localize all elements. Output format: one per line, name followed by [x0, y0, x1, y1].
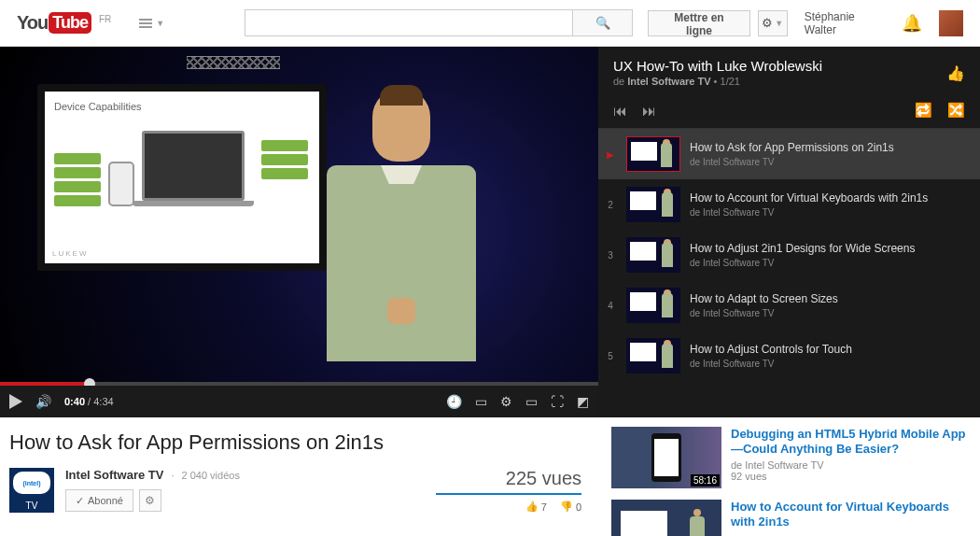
search-button[interactable]: 🔍	[573, 9, 633, 36]
slide-brand: LUKEW	[52, 249, 88, 258]
player-controls: 🔊 0:40 / 4:34 🕘 ▭ ⚙ ▭ ⛶ ◩	[0, 386, 598, 417]
time-display: 0:40 / 4:34	[64, 396, 114, 407]
playlist-thumbnail	[626, 136, 680, 172]
playlist-like-button[interactable]: 👍	[946, 64, 965, 82]
bell-icon: 🔔	[902, 14, 922, 33]
subscription-settings-button[interactable]: ⚙	[139, 489, 161, 512]
suggested-title: Debugging an HTML5 Hybrid Mobile App—Cou…	[731, 427, 967, 458]
playlist-thumbnail	[626, 187, 680, 222]
cc-button[interactable]: ▭	[475, 394, 487, 409]
playlist-item-title: How to Account for Virtual Keyboards wit…	[690, 191, 969, 206]
playlist-thumbnail	[626, 288, 680, 323]
suggested-views: 92 vues	[731, 471, 967, 482]
dislike-button[interactable]: 👎0	[560, 501, 581, 513]
playlist-item[interactable]: 5How to Adjust Controls for Touchde Inte…	[598, 331, 980, 381]
logo[interactable]: YouTube FR	[17, 12, 111, 34]
chevron-down-icon: ▼	[775, 19, 783, 28]
suggested-thumbnail	[611, 500, 721, 536]
next-button[interactable]: ⏭	[642, 103, 656, 119]
cast-icon: ◩	[577, 394, 589, 409]
thumb-down-icon: 👎	[560, 501, 573, 513]
suggested-title: How to Account for Virtual Keyboards wit…	[731, 500, 967, 530]
channel-name[interactable]: Intel Software TV	[65, 468, 163, 482]
guide-toggle[interactable]: ▼	[132, 13, 172, 34]
playlist-item[interactable]: 2How to Account for Virtual Keyboards wi…	[598, 179, 980, 230]
playlist-thumbnail	[626, 338, 680, 374]
clock-icon: 🕘	[446, 394, 462, 409]
playlist-thumbnail	[626, 237, 680, 273]
search: 🔍	[245, 9, 633, 36]
gear-icon: ⚙	[145, 494, 155, 507]
notifications-button[interactable]: 🔔	[902, 13, 922, 34]
fullscreen-icon: ⛶	[551, 394, 564, 409]
video-title: How to Ask for App Permissions on 2in1s	[9, 430, 598, 455]
playlist-subtitle: de Intel Software TV • 1/21	[613, 76, 965, 87]
playlist-index: 4	[604, 301, 617, 311]
thumb-up-icon: 👍	[525, 501, 539, 513]
region-code: FR	[99, 14, 111, 24]
repeat-button[interactable]: 🔁	[915, 102, 932, 119]
video-player[interactable]: Device Capabilities LUKEW	[0, 47, 598, 417]
playlist-item-title: How to Adjust Controls for Touch	[690, 343, 969, 358]
playlist-index: 3	[604, 250, 617, 261]
chevron-down-icon: ▼	[156, 19, 164, 28]
playlist-item-by: de Intel Software TV	[690, 308, 969, 318]
volume-button[interactable]: 🔊	[35, 394, 51, 409]
header: YouTube FR ▼ 🔍 Mettre en ligne ⚙▼ Stépha…	[0, 0, 980, 47]
playlist-item-title: How to Adjust 2in1 Designs for Wide Scre…	[690, 242, 969, 257]
video-info: How to Ask for App Permissions on 2in1s …	[0, 417, 598, 513]
watch-later-button[interactable]: 🕘	[446, 394, 462, 409]
channel-avatar[interactable]: (intel) TV	[9, 468, 54, 513]
gear-icon: ⚙	[500, 394, 512, 409]
playlist-panel: UX How-To with Luke Wroblewski de Intel …	[598, 47, 980, 417]
cast-button[interactable]: ◩	[577, 394, 589, 409]
repeat-icon: 🔁	[915, 102, 932, 118]
suggested-item[interactable]: 58:16 Debugging an HTML5 Hybrid Mobile A…	[611, 427, 967, 488]
playlist-item-by: de Intel Software TV	[690, 157, 969, 167]
suggested-list: 58:16 Debugging an HTML5 Hybrid Mobile A…	[598, 417, 980, 536]
thumb-up-icon: 👍	[946, 65, 965, 81]
playlist-index: ▶	[604, 149, 617, 160]
prev-icon: ⏮	[613, 103, 627, 119]
theater-icon: ▭	[525, 394, 538, 409]
playlist-index: 5	[604, 351, 617, 361]
avatar[interactable]	[939, 10, 963, 36]
like-button[interactable]: 👍7	[525, 501, 547, 513]
check-icon: ✓	[76, 495, 84, 507]
settings-button[interactable]: ⚙▼	[758, 10, 788, 36]
playlist-item-by: de Intel Software TV	[690, 359, 969, 369]
playlist-item[interactable]: ▶How to Ask for App Permissions on 2in1s…	[598, 129, 980, 179]
prev-button[interactable]: ⏮	[613, 103, 627, 119]
volume-icon: 🔊	[35, 394, 51, 409]
playlist-item[interactable]: 3How to Adjust 2in1 Designs for Wide Scr…	[598, 230, 980, 280]
username[interactable]: Stéphanie Walter	[805, 10, 885, 36]
playlist-item-by: de Intel Software TV	[690, 207, 969, 218]
search-icon: 🔍	[595, 16, 610, 30]
playlist-title[interactable]: UX How-To with Luke Wroblewski	[613, 58, 965, 74]
shuffle-icon: 🔀	[947, 102, 965, 118]
fullscreen-button[interactable]: ⛶	[551, 394, 564, 409]
search-input[interactable]	[245, 9, 573, 36]
channel-video-count: 2 040 vidéos	[182, 470, 240, 481]
video-frame: Device Capabilities LUKEW	[0, 47, 598, 417]
view-count: 225 vues	[436, 468, 581, 495]
suggested-thumbnail: 58:16	[611, 427, 721, 488]
playlist-item-title: How to Ask for App Permissions on 2in1s	[690, 141, 969, 156]
gear-icon: ⚙	[762, 16, 773, 30]
suggested-item[interactable]: How to Account for Virtual Keyboards wit…	[611, 500, 967, 536]
theater-button[interactable]: ▭	[525, 394, 538, 409]
shuffle-button[interactable]: 🔀	[947, 102, 965, 119]
slide-title: Device Capabilities	[54, 101, 310, 112]
subscribe-button[interactable]: ✓Abonné	[65, 489, 133, 512]
suggested-by: de Intel Software TV	[731, 459, 967, 471]
playlist-index: 2	[604, 200, 617, 210]
playlist-list[interactable]: ▶How to Ask for App Permissions on 2in1s…	[598, 129, 980, 417]
upload-button[interactable]: Mettre en ligne	[648, 10, 749, 36]
playlist-item[interactable]: 4How to Adapt to Screen Sizesde Intel So…	[598, 280, 980, 331]
settings-button[interactable]: ⚙	[500, 394, 512, 409]
hamburger-icon	[139, 17, 152, 30]
play-icon	[9, 394, 22, 409]
playlist-item-title: How to Adapt to Screen Sizes	[690, 292, 969, 307]
cc-icon: ▭	[475, 394, 487, 409]
play-button[interactable]	[9, 394, 22, 409]
